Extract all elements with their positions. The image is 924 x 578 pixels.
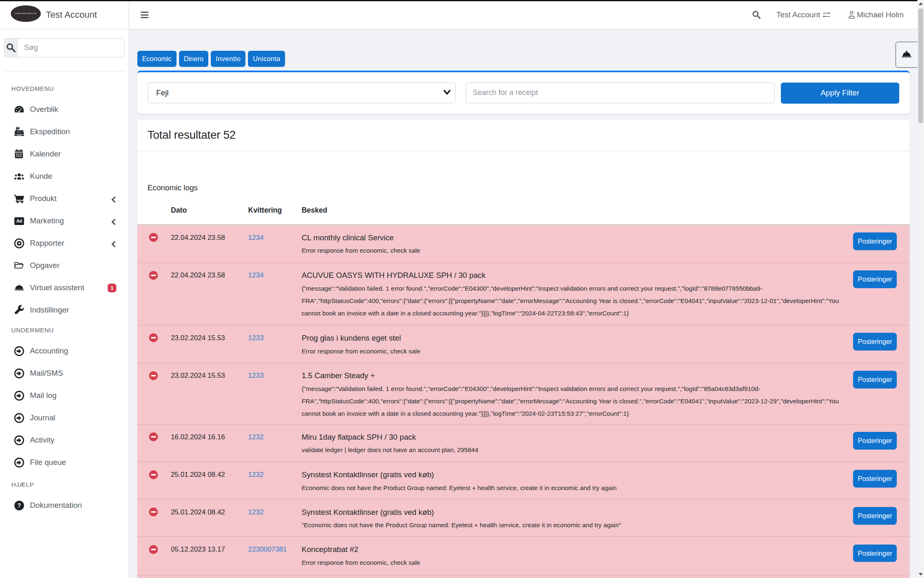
svg-text:?: ?: [17, 502, 21, 509]
svg-text:Ad: Ad: [16, 219, 22, 223]
